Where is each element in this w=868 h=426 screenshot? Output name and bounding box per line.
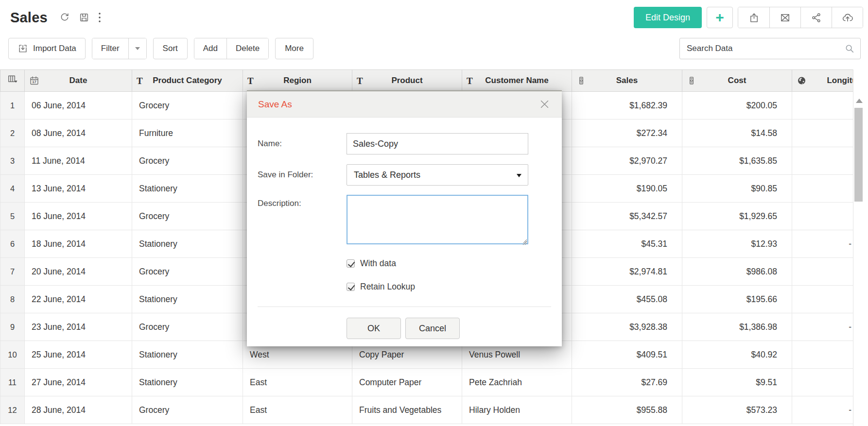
export-button[interactable] (738, 7, 769, 28)
cell-product-category[interactable]: Grocery (132, 258, 243, 286)
cell-product-category[interactable]: Grocery (132, 147, 243, 175)
cell-longitude[interactable]: - (792, 313, 853, 341)
cell-longitude[interactable]: - (792, 230, 853, 258)
cell-product[interactable]: Computer Paper (352, 369, 462, 396)
row-number-cell[interactable]: 1 (0, 92, 25, 119)
column-header-customer-name[interactable]: T Customer Name (462, 70, 572, 92)
scroll-up-arrow-icon[interactable] (856, 99, 863, 103)
cell-date[interactable]: 23 June, 2014 (25, 313, 132, 341)
cell-date[interactable]: 06 June, 2014 (25, 92, 132, 119)
row-number-cell[interactable]: 4 (0, 175, 25, 203)
column-header-sales[interactable]: Sales (572, 70, 682, 92)
cell-region[interactable]: East (243, 396, 352, 424)
delete-button[interactable]: Delete (226, 38, 268, 59)
cell-product-category[interactable]: Stationery (132, 175, 243, 203)
cell-date[interactable]: 20 June, 2014 (25, 258, 132, 286)
row-number-cell[interactable]: 5 (0, 203, 25, 230)
row-number-cell[interactable]: 9 (0, 313, 25, 341)
column-header-date[interactable]: 17 Date (25, 70, 132, 92)
cell-longitude[interactable] (792, 341, 853, 369)
cell-longitude[interactable]: - (792, 396, 853, 424)
cell-cost[interactable]: $1,929.65 (682, 203, 792, 230)
cell-sales[interactable]: $27.69 (572, 369, 682, 396)
cell-sales[interactable]: $45.31 (572, 230, 682, 258)
cell-product-category[interactable]: Stationery (132, 286, 243, 313)
with-data-checkbox-row[interactable]: With data (347, 258, 551, 269)
row-number-cell[interactable]: 10 (0, 341, 25, 369)
row-number-cell[interactable]: 2 (0, 119, 25, 147)
row-number-cell[interactable]: 12 (0, 396, 25, 424)
cell-longitude[interactable] (792, 147, 853, 175)
cell-longitude[interactable] (792, 203, 853, 230)
search-input[interactable] (679, 38, 861, 59)
add-new-button[interactable]: + (707, 7, 733, 28)
cell-cost[interactable]: $40.92 (682, 341, 792, 369)
save-button[interactable] (78, 11, 90, 24)
filter-dropdown-button[interactable] (128, 38, 146, 59)
cell-product-category[interactable]: Grocery (132, 203, 243, 230)
cell-cost[interactable]: $14.58 (682, 119, 792, 147)
cell-sales[interactable]: $455.08 (572, 286, 682, 313)
cell-sales[interactable]: $955.88 (572, 396, 682, 424)
cell-product-category[interactable]: Stationery (132, 230, 243, 258)
cell-product-category[interactable]: Grocery (132, 92, 243, 119)
cell-sales[interactable]: $3,928.38 (572, 313, 682, 341)
column-header-region[interactable]: T Region (243, 70, 352, 92)
cell-product-category[interactable]: Stationery (132, 369, 243, 396)
cell-date[interactable]: 11 June, 2014 (25, 147, 132, 175)
refresh-button[interactable] (58, 11, 71, 24)
cell-date[interactable]: 18 June, 2014 (25, 230, 132, 258)
more-options-kebab-button[interactable] (97, 11, 102, 24)
email-button[interactable] (769, 7, 800, 28)
import-data-button[interactable]: Import Data (8, 38, 86, 59)
cell-longitude[interactable] (792, 175, 853, 203)
cell-cost[interactable]: $1,635.85 (682, 147, 792, 175)
name-field[interactable] (347, 133, 528, 154)
select-all-header[interactable] (0, 70, 25, 92)
folder-select[interactable]: Tables & Reports (347, 164, 528, 186)
cell-product-category[interactable]: Grocery (132, 396, 243, 424)
cell-date[interactable]: 13 June, 2014 (25, 175, 132, 203)
cell-product-category[interactable]: Furniture (132, 119, 243, 147)
column-header-product[interactable]: T Product (352, 70, 462, 92)
cell-product[interactable]: Fruits and Vegetables (352, 396, 462, 424)
cell-cost[interactable]: $12.93 (682, 230, 792, 258)
cell-cost[interactable]: $986.08 (682, 258, 792, 286)
dialog-close-button[interactable] (536, 96, 553, 113)
cell-sales[interactable]: $272.34 (572, 119, 682, 147)
filter-button[interactable]: Filter (92, 38, 128, 59)
row-number-cell[interactable]: 8 (0, 286, 25, 313)
cell-sales[interactable]: $2,974.81 (572, 258, 682, 286)
cell-cost[interactable]: $1,386.98 (682, 313, 792, 341)
cancel-button[interactable]: Cancel (405, 318, 460, 339)
cell-sales[interactable]: $190.05 (572, 175, 682, 203)
cell-region[interactable]: East (243, 369, 352, 396)
ok-button[interactable]: OK (347, 318, 401, 339)
cell-sales[interactable]: $1,682.39 (572, 92, 682, 119)
column-header-product-category[interactable]: T Product Category (132, 70, 243, 92)
cell-cost[interactable]: $573.23 (682, 396, 792, 424)
more-button[interactable]: More (275, 38, 313, 59)
publish-cloud-button[interactable] (832, 7, 863, 28)
column-header-cost[interactable]: Cost (682, 70, 792, 92)
row-number-cell[interactable]: 6 (0, 230, 25, 258)
cell-product-category[interactable]: Grocery (132, 313, 243, 341)
cell-sales[interactable]: $2,970.27 (572, 147, 682, 175)
retain-lookup-checkbox-row[interactable]: Retain Lookup (347, 282, 551, 292)
cell-date[interactable]: 16 June, 2014 (25, 203, 132, 230)
cell-cost[interactable]: $90.85 (682, 175, 792, 203)
row-number-cell[interactable]: 7 (0, 258, 25, 286)
cell-longitude[interactable] (792, 369, 853, 396)
cell-customer-name[interactable]: Hilary Holden (462, 396, 572, 424)
cell-cost[interactable]: $9.51 (682, 369, 792, 396)
cell-date[interactable]: 27 June, 2014 (25, 369, 132, 396)
cell-date[interactable]: 25 June, 2014 (25, 341, 132, 369)
cell-product-category[interactable]: Stationery (132, 341, 243, 369)
cell-sales[interactable]: $5,342.57 (572, 203, 682, 230)
retain-lookup-checkbox[interactable] (347, 283, 355, 291)
cell-cost[interactable]: $195.66 (682, 286, 792, 313)
with-data-checkbox[interactable] (347, 259, 355, 268)
column-header-longitude[interactable]: Longitude (792, 70, 853, 92)
cell-sales[interactable]: $409.51 (572, 341, 682, 369)
cell-customer-name[interactable]: Pete Zachriah (462, 369, 572, 396)
